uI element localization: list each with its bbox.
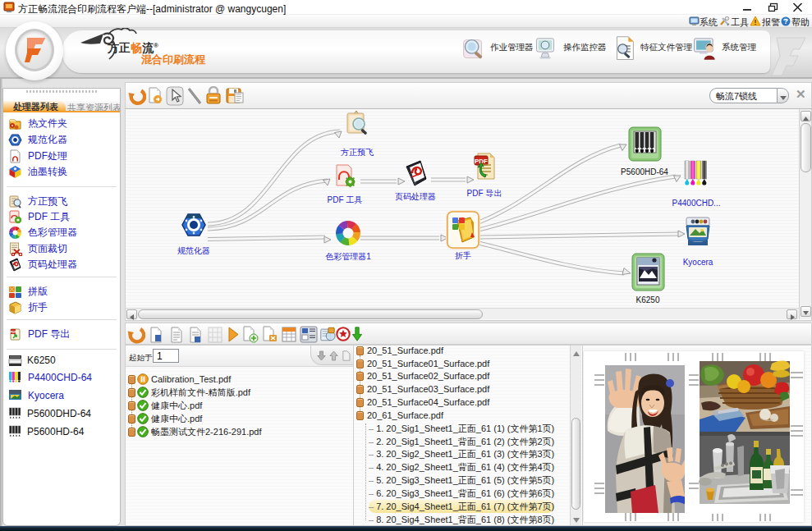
svg-text:页码处理器: 页码处理器 bbox=[395, 192, 436, 201]
svg-text:P5600HD-64: P5600HD-64 bbox=[621, 167, 668, 176]
svg-text:色彩管理器1: 色彩管理器1 bbox=[325, 252, 371, 261]
svg-text:PDF: PDF bbox=[10, 331, 16, 334]
svg-text:K6250: K6250 bbox=[636, 295, 660, 304]
svg-text:折手: 折手 bbox=[455, 251, 471, 260]
svg-text:规范化器: 规范化器 bbox=[177, 246, 210, 255]
svg-text:PDF 导出: PDF 导出 bbox=[467, 189, 502, 198]
svg-text:PDF 工具: PDF 工具 bbox=[328, 195, 363, 204]
svg-text:P4400CHD...: P4400CHD... bbox=[672, 199, 721, 208]
svg-text:Kyocera: Kyocera bbox=[683, 258, 713, 267]
svg-text:方正预飞: 方正预飞 bbox=[341, 148, 374, 157]
svg-text:?: ? bbox=[783, 17, 787, 25]
